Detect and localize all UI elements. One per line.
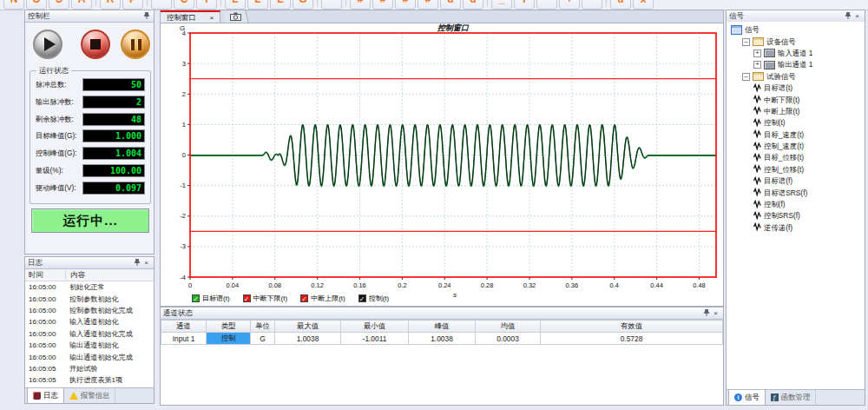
column-header[interactable]: 单位	[251, 321, 275, 333]
cursor-bottom-button[interactable]: _	[491, 0, 512, 10]
table-cell: 0.0003	[476, 333, 541, 345]
new-file-button[interactable]: N	[3, 0, 24, 10]
tab-alarm-info[interactable]: 报警信息	[64, 388, 116, 403]
log-time: 16:05:00	[25, 330, 65, 338]
tree-item[interactable]: 中断上限(t)	[727, 106, 865, 117]
cursor-top-button[interactable]: ¯	[536, 0, 557, 10]
legend-checkbox[interactable]: ✓	[192, 294, 200, 302]
tree-item[interactable]: 控制(t)	[727, 117, 865, 129]
zoom-in-button[interactable]: +	[559, 0, 580, 10]
layout-grid-2-button[interactable]: #	[372, 0, 393, 10]
tree-item[interactable]: –试验信号	[727, 71, 865, 83]
signal-icon	[753, 153, 761, 163]
pin-icon[interactable]	[843, 11, 852, 21]
log-message: 输入通道初始化	[65, 317, 154, 327]
tree-item[interactable]: 目标谱SRS(f)	[727, 187, 865, 198]
expand-icon[interactable]: +	[753, 50, 761, 57]
screenshot-tab[interactable]	[222, 10, 248, 23]
favorites-star-button[interactable]: *	[151, 0, 172, 10]
close-icon[interactable]: ×	[141, 258, 151, 268]
waveform-button[interactable]: ~	[321, 0, 342, 10]
tab-control-window[interactable]: 控制窗口 ×	[161, 10, 220, 23]
column-header[interactable]: 类型	[207, 321, 251, 333]
pie-chart-button[interactable]: C	[174, 0, 194, 10]
status-field-value: 1.000	[82, 129, 145, 142]
pin-icon[interactable]	[132, 258, 141, 268]
channel-status-panel: 通道状态 × 通道类型单位最大值最小值峰值均值有效值 Input 1控制G1.0…	[160, 307, 724, 406]
column-header[interactable]: 峰值	[409, 321, 476, 333]
legend-checkbox[interactable]: ✓	[358, 294, 366, 302]
level-l1-button[interactable]: L	[225, 0, 246, 10]
log-message: 控制参数初始化	[65, 294, 154, 304]
legend-checkbox[interactable]: ✓	[243, 294, 251, 302]
tree-item[interactable]: 目标_速度(t)	[727, 129, 865, 141]
tree-item[interactable]: 中断下限(t)	[727, 94, 865, 105]
column-header[interactable]: 最小值	[341, 321, 409, 333]
open-file-button[interactable]: O	[26, 0, 47, 10]
log-row: 16:05:05执行进度表第1项	[25, 374, 154, 386]
column-header[interactable]: 有效值	[541, 321, 723, 333]
level-l2-button[interactable]: L	[247, 0, 268, 10]
column-header[interactable]: 均值	[476, 321, 541, 333]
cursor-center-button[interactable]: I	[514, 0, 535, 10]
table-row[interactable]: Input 1控制G1.0038-1.00111.00380.00030.572…	[161, 333, 723, 345]
report-icon: R	[107, 0, 115, 5]
expand-icon[interactable]: +	[753, 61, 761, 69]
column-header[interactable]: 通道	[161, 321, 207, 333]
undo-button[interactable]: u	[610, 0, 631, 10]
level-l3-button[interactable]: L	[270, 0, 291, 10]
channel-icon	[764, 61, 775, 69]
pause-button[interactable]	[121, 30, 150, 59]
status-field-value: 2	[82, 96, 145, 109]
tree-item[interactable]: 控制(f)	[727, 199, 865, 210]
tree-item[interactable]: 目标谱(t)	[727, 83, 865, 94]
close-icon[interactable]: ×	[711, 308, 720, 318]
signal-icon	[753, 106, 761, 116]
layout-grid-3-button[interactable]: #	[395, 0, 416, 10]
units-g-button[interactable]: G	[293, 0, 313, 10]
log-row: 16:05:00输入通道初始化	[25, 316, 154, 327]
tree-item[interactable]: +输出通道 1	[727, 59, 865, 70]
zoom-out-button[interactable]: -	[582, 0, 602, 10]
tree-item[interactable]: 目标谱(f)	[727, 175, 865, 187]
svg-text:0.28: 0.28	[481, 281, 494, 289]
tree-item[interactable]: 控制_位移(t)	[727, 164, 865, 175]
camera-icon	[230, 12, 241, 21]
stop-button[interactable]	[81, 30, 110, 59]
tree-item[interactable]: +输入通道 1	[727, 48, 865, 59]
collapse-icon[interactable]: –	[742, 38, 750, 46]
tab-log[interactable]: 日志	[27, 388, 64, 403]
chart-view-2-button[interactable]: d	[463, 0, 483, 10]
tree-item-label: 设备信号	[766, 37, 796, 47]
tree-item[interactable]: 控制SRS(f)	[727, 210, 865, 222]
tree-item-label: 控制(t)	[764, 118, 786, 128]
pin-icon[interactable]	[701, 308, 711, 318]
log-time: 16:05:00	[25, 341, 65, 349]
tree-item[interactable]: 目标_位移(t)	[727, 152, 865, 163]
save-all-button[interactable]: A	[71, 0, 92, 10]
tab-signal[interactable]: i 信号	[728, 390, 766, 405]
tree-item[interactable]: –设备信号	[727, 36, 865, 47]
log-row: 16:05:00控制参数初始化完成	[25, 305, 154, 316]
layout-grid-1-button[interactable]: #	[350, 0, 371, 10]
collapse-icon[interactable]: –	[742, 73, 750, 81]
tree-item[interactable]: 信号	[727, 24, 865, 36]
chart-view-1-button[interactable]: d	[440, 0, 461, 10]
print-button[interactable]: P	[122, 0, 143, 10]
tree-item[interactable]: 控制_速度(t)	[727, 141, 865, 152]
tab-function-manager[interactable]: ƒ 函数管理	[766, 390, 817, 405]
pin-icon[interactable]	[141, 11, 151, 21]
close-button[interactable]: x	[633, 0, 654, 10]
svg-text:0.12: 0.12	[311, 281, 324, 289]
legend-checkbox[interactable]: ✓	[300, 294, 308, 302]
play-button[interactable]	[33, 30, 62, 59]
table-cell: 控制	[207, 333, 251, 345]
report-button[interactable]: R	[100, 0, 121, 10]
close-icon[interactable]: ×	[852, 11, 862, 21]
column-header[interactable]: 最大值	[275, 321, 341, 333]
layout-grid-4-button[interactable]: #	[418, 0, 438, 10]
schedule-clock-button[interactable]: T	[196, 0, 217, 10]
tree-item[interactable]: 逆传递(f)	[727, 222, 865, 234]
close-tab-icon[interactable]: ×	[210, 14, 214, 22]
save-file-button[interactable]: S	[49, 0, 69, 10]
